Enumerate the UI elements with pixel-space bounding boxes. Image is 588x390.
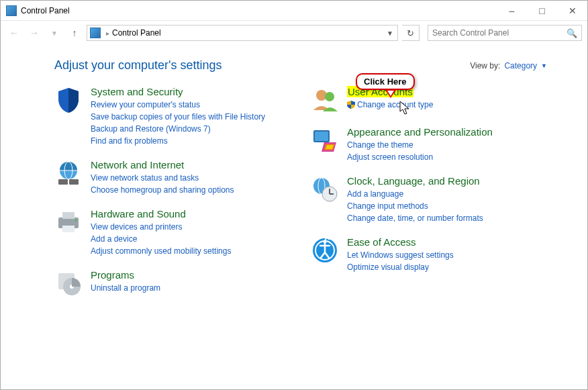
svg-rect-15 bbox=[315, 132, 328, 141]
svg-rect-4 bbox=[69, 179, 79, 185]
window-buttons: – □ ✕ bbox=[497, 1, 587, 20]
uac-shield-icon bbox=[347, 101, 355, 109]
category-link[interactable]: Change date, time, or number formats bbox=[347, 212, 483, 224]
callout-label: Click Here bbox=[356, 73, 415, 90]
callout-annotation: Click Here bbox=[356, 73, 415, 90]
view-by-label: View by: bbox=[470, 61, 500, 70]
up-button[interactable]: ↑ bbox=[66, 25, 83, 41]
category-clock-language-region: Clock, Language, and Region Add a langua… bbox=[311, 175, 547, 224]
category-link[interactable]: Uninstall a program bbox=[91, 282, 160, 294]
category-grid: System and Security Review your computer… bbox=[54, 86, 547, 309]
category-appearance-personalization: Appearance and Personalization Change th… bbox=[311, 126, 547, 163]
close-button[interactable]: ✕ bbox=[557, 1, 587, 20]
category-link[interactable]: Change the theme bbox=[347, 139, 493, 151]
svg-rect-3 bbox=[58, 179, 68, 185]
category-network-internet: Network and Internet View network status… bbox=[54, 159, 291, 196]
breadcrumb[interactable]: Control Panel bbox=[112, 28, 161, 38]
category-link[interactable]: Backup and Restore (Windows 7) bbox=[91, 123, 265, 135]
chevron-down-icon[interactable]: ▼ bbox=[541, 62, 547, 69]
svg-rect-6 bbox=[62, 212, 75, 219]
recent-dropdown[interactable]: ▼ bbox=[46, 25, 62, 41]
view-by: View by: Category ▼ bbox=[470, 61, 547, 70]
window-title: Control Panel bbox=[21, 6, 70, 15]
category-title[interactable]: Ease of Access bbox=[347, 236, 416, 248]
svg-rect-7 bbox=[62, 226, 75, 232]
clock-globe-icon bbox=[311, 175, 339, 203]
category-link[interactable]: Adjust commonly used mobility settings bbox=[91, 245, 231, 257]
svg-point-8 bbox=[75, 220, 77, 222]
appearance-icon bbox=[311, 126, 339, 154]
category-title[interactable]: Hardware and Sound bbox=[91, 208, 186, 220]
category-title[interactable]: Clock, Language, and Region bbox=[347, 175, 480, 187]
category-link[interactable]: Change input methods bbox=[347, 200, 483, 212]
refresh-button[interactable]: ↻ bbox=[402, 25, 420, 41]
page-heading: Adjust your computer's settings bbox=[54, 58, 222, 72]
category-link[interactable]: Review your computer's status bbox=[91, 99, 265, 111]
address-dropdown[interactable]: ▼ bbox=[383, 30, 397, 37]
left-column: System and Security Review your computer… bbox=[54, 86, 291, 309]
shield-system-icon bbox=[54, 86, 83, 114]
callout-tail bbox=[385, 90, 396, 98]
category-system-security: System and Security Review your computer… bbox=[54, 86, 291, 147]
view-by-value[interactable]: Category bbox=[504, 61, 537, 70]
minimize-button[interactable]: – bbox=[497, 1, 527, 20]
content: Adjust your computer's settings View by:… bbox=[1, 45, 587, 309]
svg-point-13 bbox=[325, 92, 334, 101]
forward-button[interactable]: → bbox=[26, 25, 42, 41]
category-title[interactable]: Programs bbox=[91, 269, 134, 281]
chevron-right-icon: ▸ bbox=[103, 30, 112, 37]
page-heading-row: Adjust your computer's settings View by:… bbox=[54, 58, 547, 72]
control-panel-icon bbox=[6, 5, 17, 16]
category-link[interactable]: Let Windows suggest settings bbox=[347, 249, 454, 261]
back-button[interactable]: ← bbox=[6, 25, 22, 41]
category-title[interactable]: System and Security bbox=[91, 86, 183, 97]
disc-programs-icon bbox=[54, 269, 83, 297]
globe-network-icon bbox=[54, 159, 83, 187]
control-panel-icon bbox=[90, 28, 101, 38]
category-link[interactable]: Adjust screen resolution bbox=[347, 151, 493, 163]
category-user-accounts: User Accounts Change account type bbox=[311, 86, 547, 114]
svg-point-23 bbox=[324, 240, 327, 244]
right-column: User Accounts Change account type Appear… bbox=[311, 86, 547, 309]
search-icon[interactable]: 🔍 bbox=[562, 28, 581, 38]
ease-of-access-icon bbox=[311, 236, 339, 264]
category-programs: Programs Uninstall a program bbox=[54, 269, 291, 297]
category-hardware-sound: Hardware and Sound View devices and prin… bbox=[54, 208, 291, 257]
category-link[interactable]: Find and fix problems bbox=[91, 135, 265, 147]
category-ease-of-access: Ease of Access Let Windows suggest setti… bbox=[311, 236, 547, 273]
category-link[interactable]: Add a language bbox=[347, 188, 483, 200]
titlebar: Control Panel – □ ✕ bbox=[1, 1, 587, 21]
search-input[interactable] bbox=[428, 28, 562, 38]
people-users-icon bbox=[311, 86, 339, 114]
category-link[interactable]: Choose homegroup and sharing options bbox=[91, 184, 234, 196]
printer-hardware-icon bbox=[54, 208, 83, 236]
category-link[interactable]: Save backup copies of your files with Fi… bbox=[91, 111, 265, 123]
search-box[interactable]: 🔍 bbox=[428, 25, 582, 41]
category-link[interactable]: View devices and printers bbox=[91, 221, 231, 233]
category-title[interactable]: Appearance and Personalization bbox=[347, 126, 493, 138]
category-link[interactable]: Add a device bbox=[91, 233, 231, 245]
category-link[interactable]: Optimize visual display bbox=[347, 261, 454, 273]
category-link[interactable]: Change account type bbox=[347, 99, 433, 111]
maximize-button[interactable]: □ bbox=[527, 1, 557, 20]
category-title[interactable]: Network and Internet bbox=[91, 159, 184, 170]
address-bar[interactable]: ▸ Control Panel ▼ bbox=[87, 25, 398, 41]
category-link[interactable]: View network status and tasks bbox=[91, 172, 234, 184]
navbar: ← → ▼ ↑ ▸ Control Panel ▼ ↻ 🔍 bbox=[1, 21, 587, 45]
